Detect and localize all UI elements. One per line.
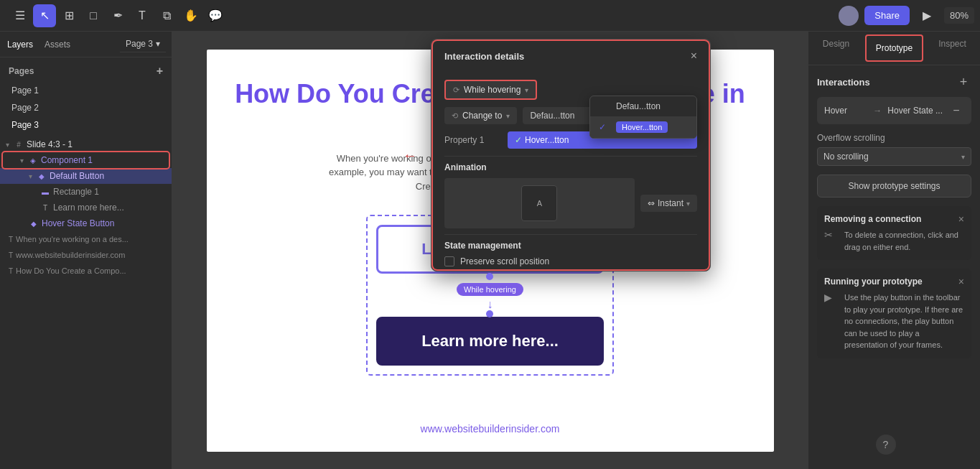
toolbar: ☰ ↖ ⊞ □ ✒ T ⧉ ✋ 💬 Share ▶ 80%	[0, 0, 980, 32]
state-mgmt-title: State management	[444, 241, 697, 251]
layer-defbtn-name: Default Button	[50, 171, 104, 181]
animation-section: Animation A ⇔ Instant ▾	[444, 156, 697, 228]
preserve-scroll-row: Preserve scroll position	[444, 256, 697, 266]
play-button[interactable]: ▶	[915, 4, 938, 27]
property-row: Property 1 ✓ Hover...tton ✓	[444, 131, 697, 149]
preserve-scroll-checkbox[interactable]	[444, 256, 454, 266]
panel-content: Pages + Page 1 Page 2 Page 3 ▾ # Slide 4…	[0, 57, 172, 469]
add-page-icon[interactable]: +	[157, 65, 163, 78]
running-prototype-box: Running your prototype × ▶ Use the play …	[817, 269, 971, 358]
layer-rectangle[interactable]: ▬ Rectangle 1	[0, 184, 172, 200]
property-dropdown: ✓ Defau...tton ✓ Hover...tton	[589, 96, 697, 139]
add-interaction-button[interactable]: +	[956, 74, 971, 90]
default-option-text: Defau...tton	[530, 111, 574, 121]
toolbar-right: Share ▶ 80%	[839, 4, 974, 27]
action-value: Change to	[462, 111, 502, 121]
frame-tool[interactable]: ⊞	[57, 4, 80, 27]
interactions-header: Interactions +	[817, 74, 971, 90]
page-item-3[interactable]: Page 3	[0, 116, 172, 134]
help-button[interactable]: ?	[876, 435, 896, 455]
action-chevron: ▾	[506, 112, 510, 120]
removing-connection-text: To delete a connection, click and drag o…	[844, 229, 964, 253]
connector-top-dot	[486, 273, 493, 280]
running-prototype-close[interactable]: ×	[958, 276, 964, 287]
running-prototype-header: Running your prototype ×	[824, 276, 964, 287]
action-select[interactable]: ⟲ Change to ▾	[444, 107, 517, 124]
modal-close-button[interactable]: ×	[691, 50, 697, 62]
layer-default-button[interactable]: ▾ ◆ Default Button	[0, 168, 172, 184]
outer-text-label-1: When you're working on a des...	[16, 235, 129, 243]
animation-content: A ⇔ Instant ▾	[444, 178, 697, 228]
tab-inspect[interactable]: Inspect	[925, 32, 980, 65]
dropdown-hover-option[interactable]: ✓ Hover...tton	[590, 116, 696, 138]
page-item-1[interactable]: Page 1	[0, 82, 172, 99]
component-tool[interactable]: ⧉	[155, 4, 178, 27]
avatar	[839, 6, 859, 26]
main-area: Layers Assets Page 3 ▾ Pages + Page 1 Pa…	[0, 32, 980, 469]
connector: While hovering ↓	[457, 274, 523, 317]
remove-interaction-button[interactable]: −	[948, 103, 964, 119]
removing-connection-title: Removing a connection	[824, 214, 921, 224]
instant-select[interactable]: ⇔ Instant ▾	[640, 195, 697, 212]
running-prototype-text: Use the play button in the toolbar to pl…	[844, 292, 964, 351]
hover-option-badge: Hover...tton	[616, 121, 668, 133]
property-dropdown-container: ✓ Hover...tton ✓ Defau...tton ✓	[508, 131, 697, 149]
dropdown-default-option[interactable]: ✓ Defau...tton	[590, 96, 696, 116]
hover-badge: While hovering	[457, 283, 523, 296]
anim-box: A	[521, 185, 557, 221]
outer-text-2[interactable]: T www.websitebuilderinsider.com	[0, 247, 172, 263]
tab-assets[interactable]: Assets	[43, 37, 72, 52]
proto-settings-button[interactable]: Show prototype settings	[817, 175, 971, 198]
layer-component1[interactable]: ▾ ◈ Component 1	[3, 152, 169, 168]
outer-text-1[interactable]: T When you're working on a des...	[0, 231, 172, 247]
trigger-select[interactable]: ⟳ While hovering ▾	[444, 80, 537, 100]
text-icon-1: T	[9, 236, 13, 243]
layer-hover-button[interactable]: ◆ Hover State Button	[0, 215, 172, 231]
hover-button[interactable]: Learn more here...	[376, 317, 604, 366]
right-tabs: Design Prototype Inspect	[808, 32, 980, 65]
instant-icon: ⇔	[648, 198, 655, 208]
share-button[interactable]: Share	[864, 6, 910, 25]
layer-slide[interactable]: ▾ # Slide 4:3 - 1	[0, 136, 172, 152]
overflow-chevron: ▾	[961, 153, 965, 161]
text-tool[interactable]: T	[131, 4, 154, 27]
move-tool[interactable]: ↖	[33, 4, 56, 27]
page-item-2[interactable]: Page 2	[0, 99, 172, 116]
comment-tool[interactable]: 💬	[204, 4, 227, 27]
page-selector-label: Page 3	[126, 39, 153, 49]
action-icon: ⟲	[452, 111, 458, 121]
layer-hoverbtn-name: Hover State Button	[42, 218, 114, 228]
outer-text-label-2: www.websitebuilderinsider.com	[16, 251, 125, 259]
outer-text-3[interactable]: T How Do You Create a Compo...	[0, 263, 172, 279]
panel-tabs: Layers Assets Page 3 ▾	[0, 32, 172, 57]
preserve-scroll-label: Preserve scroll position	[460, 256, 549, 266]
overflow-select[interactable]: No scrolling ▾	[817, 147, 971, 166]
interaction-arrow: →	[873, 106, 882, 116]
tab-design[interactable]: Design	[808, 32, 864, 65]
check-icon: ✓	[515, 135, 522, 145]
empty-check: ✓	[599, 101, 610, 111]
pages-section-header: Pages +	[0, 60, 172, 82]
layer-rect-icon: ▬	[40, 188, 50, 196]
tab-layers[interactable]: Layers	[6, 37, 34, 52]
layer-slide-name: Slide 4:3 - 1	[27, 139, 73, 149]
selected-check: ✓	[599, 122, 610, 132]
tab-prototype[interactable]: Prototype	[865, 34, 923, 62]
hand-tool[interactable]: ✋	[179, 4, 202, 27]
zoom-level[interactable]: 80%	[944, 7, 974, 24]
text-icon-2: T	[9, 251, 13, 259]
scissors-icon: ✂	[824, 229, 839, 243]
trigger-chevron: ▾	[525, 86, 528, 94]
pen-tool[interactable]: ✒	[106, 4, 129, 27]
text-icon-3: T	[9, 267, 13, 275]
animation-title: Animation	[444, 162, 697, 172]
selected-value: Hover...tton	[525, 135, 569, 145]
layer-text[interactable]: T Learn more here...	[0, 200, 172, 215]
interaction-modal: ← Interaction details × ⟳ While hovering…	[431, 39, 711, 271]
removing-connection-close[interactable]: ×	[958, 213, 964, 225]
right-content: Interactions + Hover → Hover State ... −…	[808, 65, 980, 437]
page-selector[interactable]: Page 3 ▾	[120, 36, 166, 52]
overflow-value: No scrolling	[823, 152, 869, 162]
shape-tool[interactable]: □	[82, 4, 105, 27]
menu-tool[interactable]: ☰	[9, 4, 32, 27]
